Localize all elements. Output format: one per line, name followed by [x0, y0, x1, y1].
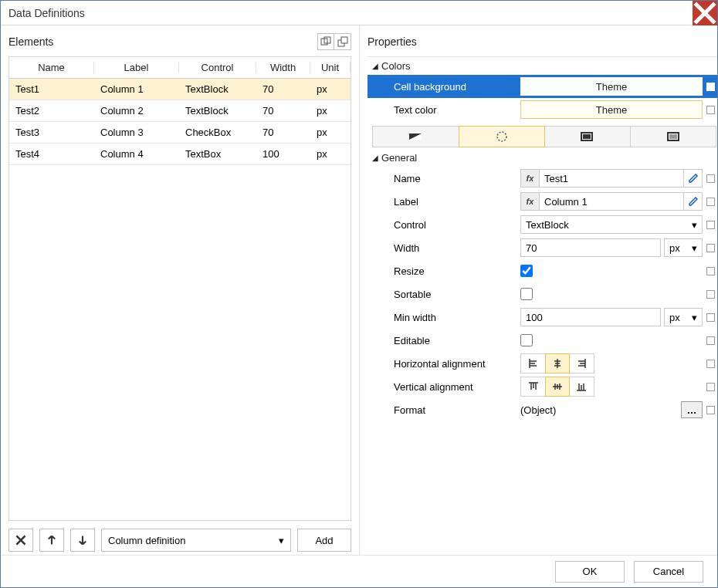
cell-control: TextBox	[179, 148, 256, 160]
chevron-down-icon: ▾	[279, 535, 284, 546]
close-button[interactable]	[693, 1, 717, 25]
aux-box[interactable]	[706, 290, 715, 299]
chevron-down-icon: ▾	[692, 312, 697, 323]
cell-control: TextBlock	[179, 83, 256, 95]
elements-toolbar: Column definition ▾ Add	[8, 529, 351, 552]
col-width[interactable]: Width	[256, 62, 310, 73]
style-tab-4[interactable]	[631, 127, 716, 147]
chevron-down-icon: ▾	[692, 219, 697, 231]
prop-width: Width px▾	[367, 236, 718, 259]
cell-bg-value[interactable]: Theme	[520, 77, 703, 96]
aux-box[interactable]	[706, 267, 715, 275]
aux-box[interactable]	[706, 313, 715, 322]
edit-icon[interactable]	[683, 193, 702, 210]
col-label[interactable]: Label	[94, 62, 179, 73]
style-tab-3[interactable]	[544, 127, 631, 147]
group-colors[interactable]: ◢ Colors	[367, 57, 718, 75]
aux-box[interactable]	[706, 198, 715, 206]
table-row[interactable]: Test3Column 3CheckBox70px	[9, 122, 351, 144]
group-general[interactable]: ◢ General	[367, 149, 718, 167]
fx-icon[interactable]: fx	[521, 170, 540, 187]
cell-label: Column 2	[94, 105, 179, 117]
appearance-tabs	[372, 126, 716, 147]
table-row[interactable]: Test2Column 2TextBlock70px	[9, 100, 351, 122]
dashed-circle-icon	[496, 130, 508, 143]
prop-cell-background[interactable]: Cell background Theme	[367, 75, 718, 98]
move-up-button[interactable]	[39, 529, 64, 552]
valign-bottom[interactable]	[569, 377, 594, 396]
table-row[interactable]: Test4Column 4TextBox100px	[9, 144, 351, 165]
prop-label: Label fx	[367, 190, 718, 213]
format-label: Format	[389, 404, 520, 416]
cell-bg-label: Cell background	[389, 81, 520, 93]
close-icon	[693, 1, 717, 25]
aux-box[interactable]	[706, 106, 715, 114]
style-tab-2[interactable]	[459, 126, 546, 147]
expand-all-button[interactable]	[317, 33, 334, 50]
aux-box[interactable]	[706, 406, 715, 414]
elements-table[interactable]: Name Label Control Width Unit Test1Colum…	[8, 56, 351, 521]
cell-width: 100	[256, 148, 310, 160]
aux-box[interactable]	[706, 360, 715, 368]
properties-title: Properties	[367, 35, 417, 48]
control-dropdown[interactable]: TextBlock ▾	[520, 215, 703, 234]
prop-control: Control TextBlock ▾	[367, 213, 718, 236]
ok-button[interactable]: OK	[555, 561, 625, 583]
delete-button[interactable]	[8, 529, 33, 552]
col-unit[interactable]: Unit	[310, 62, 351, 73]
resize-checkbox[interactable]	[520, 265, 533, 277]
collapse-all-button[interactable]	[334, 33, 351, 50]
halign-center[interactable]	[545, 353, 570, 373]
aux-box[interactable]	[706, 174, 715, 183]
screen-alt-icon	[666, 131, 680, 142]
valign-label: Vertical alignment	[389, 381, 520, 393]
group-general-label: General	[381, 152, 417, 164]
triangle-down-icon: ◢	[372, 154, 378, 162]
add-button[interactable]: Add	[297, 529, 351, 552]
text-color-value[interactable]: Theme	[520, 100, 703, 119]
valign-group	[520, 377, 594, 397]
editable-checkbox[interactable]	[520, 334, 533, 346]
minwidth-unit[interactable]: px▾	[664, 308, 703, 326]
style-tab-1[interactable]	[373, 127, 459, 147]
label-input[interactable]	[540, 193, 683, 210]
cell-label: Column 3	[94, 127, 179, 138]
aux-box[interactable]	[706, 383, 715, 391]
aux-box[interactable]	[706, 83, 715, 91]
format-browse[interactable]: …	[681, 401, 703, 418]
valign-top[interactable]	[521, 377, 546, 396]
sortable-checkbox[interactable]	[520, 288, 533, 300]
chevron-down-icon: ▾	[692, 242, 697, 254]
col-name[interactable]: Name	[9, 62, 94, 73]
editable-label: Editable	[389, 335, 520, 346]
width-unit[interactable]: px▾	[664, 238, 703, 257]
halign-right[interactable]	[569, 354, 594, 373]
group-colors-label: Colors	[381, 60, 411, 72]
cancel-button[interactable]: Cancel	[634, 561, 703, 583]
move-down-button[interactable]	[70, 529, 95, 552]
cell-unit: px	[310, 83, 351, 95]
minwidth-input[interactable]	[520, 308, 661, 326]
valign-middle[interactable]	[545, 377, 570, 397]
halign-group	[520, 353, 594, 373]
name-label: Name	[389, 173, 520, 184]
aux-box[interactable]	[706, 221, 715, 229]
width-input[interactable]	[520, 238, 661, 257]
halign-left[interactable]	[521, 354, 546, 373]
control-label: Control	[389, 219, 520, 231]
fx-icon[interactable]: fx	[521, 193, 540, 210]
cell-label: Column 1	[94, 83, 179, 95]
aux-box[interactable]	[706, 244, 715, 252]
prop-text-color[interactable]: Text color Theme	[367, 98, 718, 121]
resize-label: Resize	[389, 265, 520, 277]
col-control[interactable]: Control	[179, 62, 256, 73]
elements-panel: Elements Name Label Control Width Unit T…	[1, 25, 360, 555]
cell-control: CheckBox	[179, 127, 256, 138]
cell-name: Test1	[9, 83, 94, 95]
prop-minwidth: Min width px▾	[367, 306, 718, 329]
edit-icon[interactable]	[683, 170, 702, 187]
name-input[interactable]	[540, 170, 683, 187]
element-type-dropdown[interactable]: Column definition ▾	[101, 529, 291, 552]
aux-box[interactable]	[706, 336, 715, 345]
table-row[interactable]: Test1Column 1TextBlock70px	[9, 79, 351, 100]
